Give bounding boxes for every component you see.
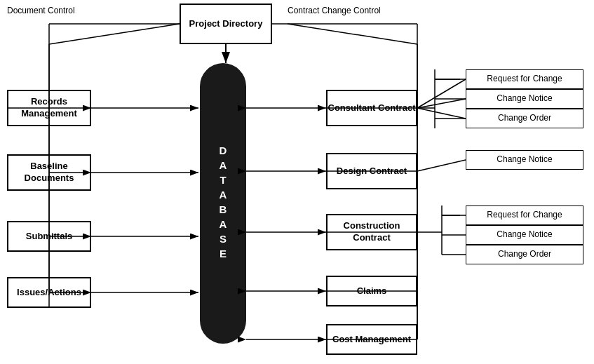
construction-cn-box: Change Notice	[466, 225, 583, 245]
svg-line-31	[417, 108, 466, 119]
submittals-box: Submittals	[7, 221, 91, 252]
consultant-co-box: Change Order	[466, 109, 583, 128]
construction-co-box: Change Order	[466, 245, 583, 264]
svg-line-30	[417, 99, 466, 108]
database-pill: DATABASE	[200, 63, 246, 344]
svg-line-38	[417, 160, 466, 171]
issues-actions-box: Issues/Actions	[7, 277, 91, 308]
svg-line-8	[49, 24, 180, 44]
claims-box: Claims	[326, 276, 417, 306]
consultant-contract-box: Consultant Contract	[326, 90, 417, 126]
svg-line-29	[417, 79, 466, 108]
contract-change-control-label: Contract Change Control	[288, 6, 381, 15]
document-control-label: Document Control	[7, 6, 75, 15]
construction-contract-box: Construction Contract	[326, 214, 417, 250]
consultant-cn-box: Change Notice	[466, 89, 583, 109]
diagram-container: Document Control Contract Change Control…	[0, 0, 594, 364]
baseline-documents-box: Baseline Documents	[7, 154, 91, 191]
construction-rfc-box: Request for Change	[466, 205, 583, 225]
records-management-box: Records Management	[7, 90, 91, 126]
consultant-rfc-box: Request for Change	[466, 69, 583, 89]
svg-line-23	[288, 24, 417, 44]
design-contract-box: Design Contract	[326, 153, 417, 189]
cost-management-box: Cost Management	[326, 324, 417, 355]
project-directory-box: Project Directory	[180, 4, 272, 44]
design-cn-box: Change Notice	[466, 150, 583, 170]
